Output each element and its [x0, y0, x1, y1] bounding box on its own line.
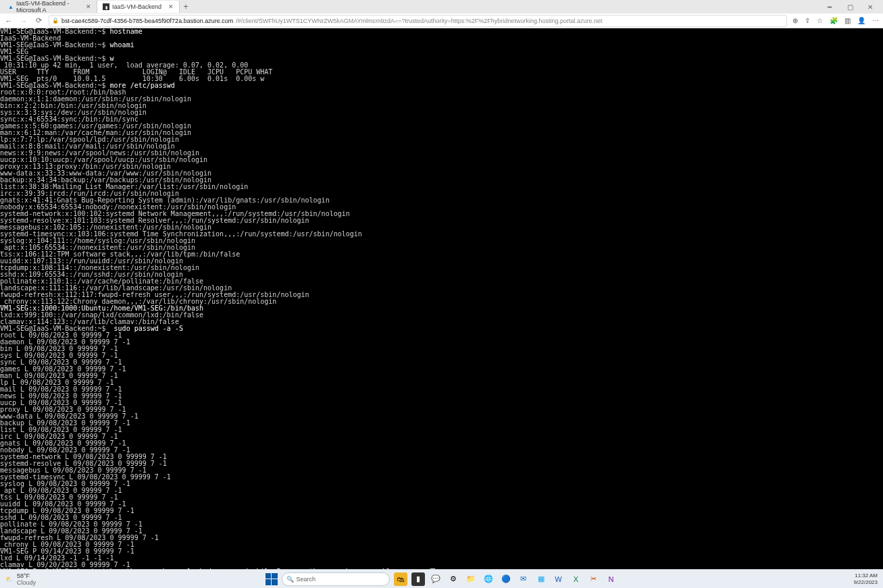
- toolbar-actions: ⊕ ⇪ ☆ 🧩 ▥ 👤 ⋯: [792, 17, 879, 24]
- taskbar-app-outlook[interactable]: ✉: [517, 572, 530, 586]
- taskbar-app-onenote[interactable]: N: [605, 572, 618, 586]
- search-icon: 🔍: [286, 576, 294, 583]
- weather-widget[interactable]: ⛅ 58°F Cloudy: [5, 572, 36, 586]
- browser-chrome-top: ▲ IaaS-VM-Backend - Microsoft A ✕ ▮ IaaS…: [0, 0, 883, 28]
- new-tab-button[interactable]: +: [180, 1, 192, 13]
- share-icon[interactable]: ⇪: [805, 17, 810, 24]
- forward-button[interactable]: →: [19, 17, 28, 25]
- close-icon[interactable]: ✕: [86, 3, 91, 10]
- install-app-icon[interactable]: ⊕: [792, 17, 798, 24]
- taskbar-app-explorer[interactable]: ▮: [411, 572, 425, 586]
- window-minimize-button[interactable]: ━: [819, 1, 840, 13]
- taskbar-app-snip[interactable]: ✂: [587, 572, 601, 586]
- url-path: /#/client/SWFhUy1WTS1CYWNrZW5kAGMAYmlmcm…: [236, 18, 602, 24]
- profile-icon[interactable]: 👤: [857, 17, 865, 24]
- search-placeholder: Search: [297, 576, 316, 583]
- clock-date: 9/22/2023: [853, 579, 878, 586]
- collections-icon[interactable]: ▥: [844, 17, 851, 24]
- window-maximize-button[interactable]: ▢: [840, 1, 860, 13]
- tab-title: IaaS-VM-Backend - Microsoft A: [16, 0, 79, 14]
- system-clock[interactable]: 11:32 AM 9/22/2023: [853, 572, 878, 586]
- favorite-icon[interactable]: ☆: [817, 17, 823, 24]
- taskbar-app-files[interactable]: 📁: [464, 572, 478, 586]
- weather-temp: 58°F: [17, 572, 36, 579]
- taskbar-app-store[interactable]: 🛍: [394, 572, 407, 586]
- window-close-button[interactable]: ✕: [860, 1, 880, 13]
- weather-desc: Cloudy: [17, 579, 36, 586]
- taskbar-app-word[interactable]: W: [552, 572, 565, 586]
- taskbar-app-teams[interactable]: 💬: [429, 572, 443, 586]
- lock-icon: 🔒: [52, 18, 59, 24]
- refresh-button[interactable]: ⟳: [34, 16, 43, 25]
- azure-icon: ▲: [8, 3, 14, 10]
- tab-azure-portal[interactable]: ▲ IaaS-VM-Backend - Microsoft A ✕: [3, 1, 97, 13]
- menu-icon[interactable]: ⋯: [872, 17, 879, 24]
- taskbar-app-excel[interactable]: X: [570, 572, 583, 586]
- taskbar-app-settings[interactable]: ⚙: [447, 572, 460, 586]
- tab-title: IaaS-VM-Backend: [112, 3, 161, 10]
- address-bar[interactable]: 🔒 bst-cae4c589-7cdf-4356-b785-bea45f90f7…: [49, 15, 787, 27]
- windows-taskbar: ⛅ 58°F Cloudy 🔍 Search 🛍 ▮ 💬 ⚙ 📁 🌐 🔵 ✉ ▦…: [0, 569, 883, 588]
- extensions-icon[interactable]: 🧩: [830, 17, 838, 24]
- close-icon[interactable]: ✕: [168, 3, 174, 10]
- taskbar-app-vscode[interactable]: ▦: [534, 572, 548, 586]
- taskbar-app-edge[interactable]: 🌐: [482, 572, 495, 586]
- taskbar-app-chrome[interactable]: 🔵: [499, 572, 513, 586]
- terminal-icon: ▮: [103, 3, 109, 10]
- start-button[interactable]: [266, 573, 278, 585]
- nav-toolbar: ← → ⟳ 🔒 bst-cae4c589-7cdf-4356-b785-bea4…: [0, 14, 883, 28]
- bastion-terminal[interactable]: VM1-SEG@IaaS-VM-Backend:~$ hostname IaaS…: [0, 28, 883, 572]
- taskbar-center: 🔍 Search 🛍 ▮ 💬 ⚙ 📁 🌐 🔵 ✉ ▦ W X ✂ N: [266, 572, 618, 586]
- weather-icon: ⛅: [5, 576, 13, 583]
- clock-time: 11:32 AM: [853, 572, 878, 579]
- url-host: bst-cae4c589-7cdf-4356-b785-bea45f90f72a…: [61, 18, 233, 24]
- tab-bastion-terminal[interactable]: ▮ IaaS-VM-Backend ✕: [97, 1, 180, 13]
- window-controls: ━ ▢ ✕: [819, 1, 880, 13]
- back-button[interactable]: ←: [4, 17, 14, 25]
- taskbar-search[interactable]: 🔍 Search: [282, 572, 390, 586]
- tab-strip: ▲ IaaS-VM-Backend - Microsoft A ✕ ▮ IaaS…: [0, 0, 883, 14]
